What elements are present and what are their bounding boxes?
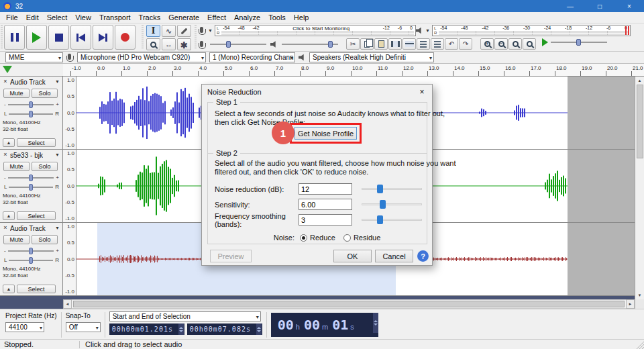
spin-up-icon[interactable] xyxy=(374,320,378,322)
solo-button[interactable]: Solo xyxy=(32,89,58,98)
pan-slider[interactable]: LR xyxy=(4,183,59,191)
menu-item-view[interactable]: View xyxy=(71,13,95,21)
meter-dropdown-icon[interactable]: ▼ xyxy=(208,28,213,33)
vertical-scrollbar[interactable]: ▲ ▼ xyxy=(635,77,644,299)
playback-device-select[interactable]: Speakers (Realtek High Definiti▾ xyxy=(309,52,434,62)
track-name[interactable]: Audio Track xyxy=(10,79,46,86)
selection-start-field[interactable]: 00h00m01.201s xyxy=(109,323,184,335)
menu-item-select[interactable]: Select xyxy=(43,13,72,21)
close-button[interactable]: × xyxy=(614,0,644,12)
slider-thumb[interactable] xyxy=(576,39,581,46)
slider-thumb[interactable] xyxy=(328,41,333,48)
timeshift-tool-button[interactable]: ↔ xyxy=(162,38,176,50)
spinner[interactable] xyxy=(256,323,262,335)
draw-tool-button[interactable] xyxy=(177,25,191,37)
sensitivity-slider[interactable] xyxy=(362,199,422,210)
reduce-radio[interactable] xyxy=(300,234,307,242)
frequency-smoothing-input[interactable] xyxy=(299,214,352,226)
play-button[interactable] xyxy=(26,25,47,50)
slider-thumb[interactable] xyxy=(29,111,33,117)
timeline-ruler[interactable]: -1.00.01.02.03.04.05.06.07.08.09.010.011… xyxy=(63,64,644,77)
spin-down-icon[interactable] xyxy=(374,323,378,326)
multi-tool-button[interactable]: ✱ xyxy=(177,38,191,50)
sync-lock-button[interactable] xyxy=(431,38,444,50)
copy-button[interactable] xyxy=(360,38,374,50)
menu-item-tracks[interactable]: Tracks xyxy=(135,13,165,21)
slider-thumb[interactable] xyxy=(29,257,33,264)
vertical-scroll-thumb[interactable] xyxy=(637,85,643,158)
horizontal-scrollbar[interactable]: ◄ ► xyxy=(0,299,644,309)
zoom-out-button[interactable]: − xyxy=(494,38,508,50)
select-button[interactable]: Select xyxy=(17,211,56,220)
select-button[interactable]: Select xyxy=(17,285,56,293)
envelope-tool-button[interactable]: ∿ xyxy=(162,25,176,37)
menu-item-file[interactable]: File xyxy=(2,13,22,21)
scroll-left-icon[interactable]: ◄ xyxy=(63,299,72,309)
silence-audio-button[interactable] xyxy=(402,38,416,50)
maximize-button[interactable]: □ xyxy=(585,0,614,12)
spinner[interactable] xyxy=(178,323,184,335)
sync-lock-button[interactable] xyxy=(417,38,430,50)
frequency-smoothing-slider[interactable] xyxy=(362,214,422,226)
menu-item-effect[interactable]: Effect xyxy=(203,13,230,21)
toolbar-grip[interactable] xyxy=(195,26,197,50)
preview-button[interactable]: Preview xyxy=(210,250,252,262)
track-menu-icon[interactable]: ▼ xyxy=(55,79,60,84)
track-name[interactable]: s5e33 - bjk xyxy=(10,152,43,159)
record-button[interactable] xyxy=(115,25,136,50)
gain-slider[interactable]: -+ xyxy=(4,101,59,108)
track-close-icon[interactable]: × xyxy=(2,78,9,85)
track-name[interactable]: Audio Track xyxy=(10,225,46,232)
spin-up-icon[interactable] xyxy=(179,327,183,329)
dialog-titlebar[interactable]: Noise Reduction × xyxy=(202,85,432,99)
cut-button[interactable]: ✂ xyxy=(346,38,360,50)
slider-thumb[interactable] xyxy=(377,215,383,224)
ok-button[interactable]: OK xyxy=(333,250,372,262)
spin-down-icon[interactable] xyxy=(257,330,261,332)
selection-tool-button[interactable]: I xyxy=(146,25,160,37)
help-button[interactable]: ? xyxy=(417,250,429,262)
snap-to-select[interactable]: Off▾ xyxy=(66,322,101,332)
stop-button[interactable] xyxy=(48,25,69,50)
horizontal-scroll-track[interactable] xyxy=(72,299,626,309)
slider-thumb[interactable] xyxy=(380,200,386,209)
menu-item-help[interactable]: Help xyxy=(290,13,313,21)
dialog-close-icon[interactable]: × xyxy=(412,85,432,99)
zoom-in-button[interactable]: + xyxy=(480,38,494,50)
reduce-radio-label[interactable]: Reduce xyxy=(310,234,335,242)
project-rate-select[interactable]: 44100▾ xyxy=(5,322,44,332)
spinner[interactable] xyxy=(373,313,378,333)
pan-slider[interactable]: LR xyxy=(4,110,59,117)
undo-button[interactable]: ↶ xyxy=(445,38,458,50)
track-menu-icon[interactable]: ▼ xyxy=(55,152,60,157)
slider-thumb[interactable] xyxy=(29,101,33,108)
resize-grip[interactable] xyxy=(635,340,644,349)
pan-slider[interactable]: LR xyxy=(4,256,59,264)
scroll-up-icon[interactable]: ▲ xyxy=(638,77,642,85)
horizontal-scroll-thumb[interactable] xyxy=(73,301,625,307)
menu-item-analyze[interactable]: Analyze xyxy=(230,13,264,21)
track-menu-icon[interactable]: ▼ xyxy=(55,226,60,230)
timeline-pin-icon[interactable] xyxy=(3,66,12,73)
titlebar[interactable]: 32 — □ × xyxy=(0,0,644,12)
cancel-button[interactable]: Cancel xyxy=(375,250,413,262)
zoom-tool-button[interactable] xyxy=(146,38,160,50)
gain-slider[interactable]: -+ xyxy=(4,174,59,181)
fit-selection-button[interactable] xyxy=(508,38,522,50)
mute-button[interactable]: Mute xyxy=(3,235,30,244)
audio-position-display[interactable]: 00h00m01s xyxy=(271,313,378,337)
redo-button[interactable]: ↷ xyxy=(459,38,472,50)
menu-item-edit[interactable]: Edit xyxy=(22,13,43,21)
selection-mode-select[interactable]: Start and End of Selection▾ xyxy=(109,311,261,321)
toolbar-grip[interactable] xyxy=(1,26,3,50)
menu-item-transport[interactable]: Transport xyxy=(95,13,135,21)
residue-radio-label[interactable]: Residue xyxy=(354,234,380,242)
minimize-button[interactable]: — xyxy=(555,0,585,12)
play-at-speed-icon[interactable] xyxy=(542,38,548,46)
noise-reduction-dialog[interactable]: Noise Reduction × Step 1 Select a few se… xyxy=(201,84,433,266)
recording-device-select[interactable]: Microphone (HD Pro Webcam C920)▾ xyxy=(77,52,206,62)
fit-project-button[interactable] xyxy=(523,38,536,50)
solo-button[interactable]: Solo xyxy=(32,235,58,244)
menu-item-generate[interactable]: Generate xyxy=(164,13,203,21)
menu-item-tools[interactable]: Tools xyxy=(264,13,290,21)
